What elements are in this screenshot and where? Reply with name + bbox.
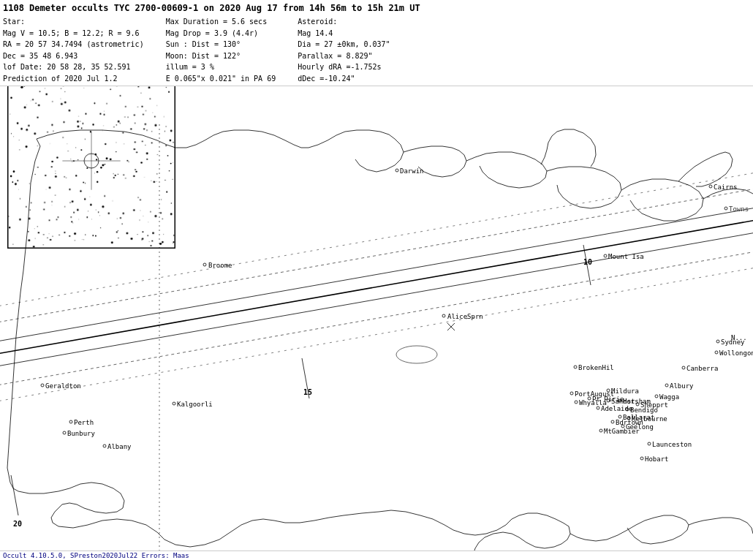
svg-point-24 <box>442 314 445 317</box>
asteroid-info: Asteroid: Mag 14.4 Dia = 27 ±0km, 0.037"… <box>298 16 390 84</box>
hourly-dra: Hourly dRA =-1.752s <box>298 61 390 73</box>
svg-text:Albury: Albury <box>670 382 694 390</box>
svg-text:Mount Isa: Mount Isa <box>608 253 644 260</box>
svg-text:Bunbury: Bunbury <box>67 430 96 437</box>
svg-text:BrokenHil: BrokenHil <box>578 364 614 371</box>
svg-point-74 <box>599 429 602 432</box>
svg-text:Broome: Broome <box>208 262 232 269</box>
svg-point-60 <box>665 384 668 387</box>
ellipse: E 0.065"x 0.021" in PA 69 <box>166 73 276 85</box>
asteroid-dia: Dia = 27 ±0km, 0.037" <box>298 39 390 50</box>
star-mag: Mag V = 10.5; B = 12.2; R = 9.6 <box>3 28 144 39</box>
star-dec: Dec = 35 48 6.943 <box>3 50 144 62</box>
svg-text:AliceSprn: AliceSprn <box>447 313 483 320</box>
svg-point-32 <box>69 420 72 423</box>
sun-dist: Sun : Dist = 130° <box>166 39 276 50</box>
svg-text:Sandst: Sandst <box>611 398 635 405</box>
svg-point-0 <box>396 346 437 363</box>
svg-point-38 <box>570 392 573 395</box>
svg-text:Bdrtown: Bdrtown <box>616 419 643 426</box>
svg-text:Towns: Towns <box>729 205 749 213</box>
moon-dist: Moon: Dist = 122° <box>166 50 276 62</box>
svg-point-64 <box>682 366 685 369</box>
event-info: Max Duration = 5.6 secs Mag Drop = 3.9 (… <box>166 16 276 84</box>
page-title: 1108 Demeter occults TYC 2700-00609-1 on… <box>3 1 750 15</box>
mag-drop: Mag Drop = 3.9 (4.4r) <box>166 28 276 39</box>
svg-line-5 <box>0 251 753 386</box>
illum: illum = 3 % <box>166 61 276 73</box>
svg-text:Albany: Albany <box>107 443 132 450</box>
svg-point-14 <box>396 169 398 172</box>
svg-text:15: 15 <box>303 388 312 396</box>
svg-text:Cairns: Cairns <box>714 183 738 191</box>
max-duration: Max Duration = 5.6 secs <box>166 16 276 28</box>
footer-text: Occult 4.10.5.0, SPreston2020Jul22 Error… <box>3 552 189 559</box>
svg-text:Mildura: Mildura <box>611 387 639 395</box>
svg-text:Shepprt: Shepprt <box>640 401 668 409</box>
svg-point-72 <box>640 457 643 460</box>
asteroid-mag: Mag 14.4 <box>298 28 390 39</box>
svg-point-50 <box>618 415 621 418</box>
star-lofdate: lof Date: 20 58 28, 35 52.591 <box>3 61 144 73</box>
footer: Occult 4.10.5.0, SPreston2020Jul22 Error… <box>0 550 753 560</box>
asteroid-label: Asteroid: <box>298 16 390 28</box>
svg-text:20: 20 <box>13 520 22 528</box>
svg-point-20 <box>203 263 206 266</box>
svg-point-26 <box>41 384 44 387</box>
svg-point-28 <box>173 402 175 405</box>
star-ra: RA = 20 57 34.7494 (astrometric) <box>3 39 144 50</box>
header: 1108 Demeter occults TYC 2700-00609-1 on… <box>0 0 753 86</box>
svg-point-16 <box>709 185 712 188</box>
svg-text:Kalgoorli: Kalgoorli <box>177 401 213 408</box>
svg-point-66 <box>716 340 719 343</box>
svg-point-18 <box>724 207 727 210</box>
svg-text:Hobart: Hobart <box>645 455 669 463</box>
prediction: Prediction of 2020 Jul 1.2 <box>3 73 144 85</box>
svg-point-36 <box>103 444 106 447</box>
svg-point-34 <box>63 431 66 434</box>
svg-text:Darwin: Darwin <box>400 167 424 175</box>
svg-line-2 <box>0 207 753 342</box>
svg-point-76 <box>611 420 614 423</box>
svg-point-68 <box>715 351 718 354</box>
svg-point-44 <box>597 406 599 409</box>
svg-text:10: 10 <box>583 258 592 266</box>
asteroid-parallax: Parallax = 8.829" <box>298 50 390 62</box>
svg-point-40 <box>575 401 578 404</box>
svg-text:Wollongon: Wollongon <box>719 349 753 357</box>
map-area: Darwin Cairns Towns Broome Mount Isa Ali… <box>0 66 753 553</box>
svg-text:Wagga: Wagga <box>659 393 679 401</box>
star-info: Star: Mag V = 10.5; B = 12.2; R = 9.6 RA… <box>3 16 144 84</box>
svg-line-3 <box>0 232 753 367</box>
svg-text:Perth: Perth <box>74 419 94 426</box>
star-label: Star: <box>3 16 144 28</box>
svg-point-62 <box>655 395 658 398</box>
svg-text:Geraldton: Geraldton <box>45 382 81 390</box>
svg-text:N...: N... <box>731 334 747 341</box>
hourly-ddec: dDec =-10.24" <box>298 73 390 85</box>
svg-text:Launceston: Launceston <box>652 441 692 448</box>
svg-point-30 <box>574 366 577 368</box>
svg-point-70 <box>648 442 651 445</box>
svg-line-10 <box>11 475 18 515</box>
svg-point-22 <box>604 254 607 257</box>
map-svg: Darwin Cairns Towns Broome Mount Isa Ali… <box>0 66 753 553</box>
svg-text:Canberra: Canberra <box>686 365 718 372</box>
svg-text:Adelaide: Adelaide <box>601 405 632 412</box>
svg-text:MtGambier: MtGambier <box>604 428 640 435</box>
